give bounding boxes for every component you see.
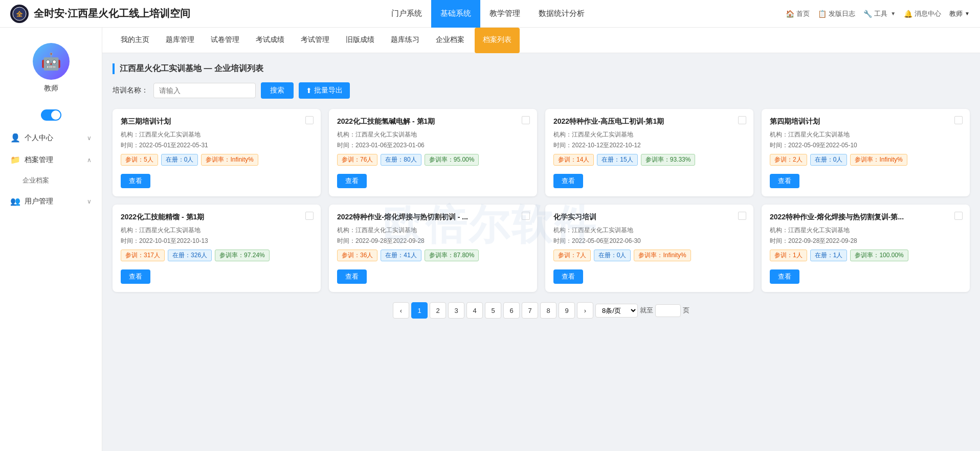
card-grid: 第三期培训计划 机构：江西星火化工实训基地 时间：2022-05-01至2022… (113, 109, 970, 292)
goto-input[interactable] (655, 304, 681, 317)
menu-item-portal[interactable]: 门户系统 (382, 0, 431, 28)
card-title-1: 2022化工技能氢碱电解 - 第1期 (337, 117, 529, 126)
search-button[interactable]: 搜索 (261, 82, 294, 99)
view-button-7[interactable]: 查看 (770, 269, 799, 284)
card-7: 2022特种作业-熔化焊接与热切割复训-第... 机构：江西星火化工实训基地 时… (762, 205, 970, 292)
card-tag: 参训：5人 (121, 154, 158, 166)
card-tags-3: 参训：2人在册：0人参训率：Infinity% (770, 154, 962, 166)
tab-home[interactable]: 我的主页 (113, 28, 158, 53)
page-btn-8[interactable]: 8 (540, 302, 556, 319)
card-tag: 参训：36人 (337, 250, 377, 261)
bell-icon: 🔔 (904, 10, 912, 18)
card-checkbox-1[interactable] (522, 116, 530, 124)
tab-exam-paper[interactable]: 试卷管理 (203, 28, 248, 53)
card-title-2: 2022特种作业-高压电工初训-第1期 (553, 117, 745, 126)
menu-item-teaching[interactable]: 教学管理 (480, 0, 529, 28)
search-input[interactable] (153, 83, 256, 98)
tab-company-files[interactable]: 企业档案 (428, 28, 473, 53)
page-btn-7[interactable]: 7 (522, 302, 538, 319)
card-tag: 参训率：Infinity% (201, 154, 258, 166)
sidebar-users-label: 用户管理 (25, 197, 53, 206)
page-size-select[interactable]: 8条/页 16条/页 24条/页 (595, 304, 638, 318)
pagination: ‹ 1 2 3 4 5 6 7 8 9 › 8条/页 16条/页 24条/页 就… (113, 302, 970, 329)
svg-text:全: 全 (16, 11, 23, 18)
card-checkbox-4[interactable] (305, 212, 314, 220)
menu-item-stats[interactable]: 数据统计分析 (529, 0, 594, 28)
card-tag: 参训率：93.33% (641, 154, 696, 166)
card-tag: 参训率：97.24% (215, 250, 270, 261)
page-btn-6[interactable]: 6 (503, 302, 520, 319)
card-tag: 参训：2人 (770, 154, 807, 166)
logo-icon: 全 (10, 5, 29, 23)
card-time-5: 时间：2022-09-28至2022-09-28 (337, 237, 529, 245)
nav-tools-label: 工具 (874, 9, 887, 18)
tab-exam-manage[interactable]: 考试管理 (293, 28, 338, 53)
page-btn-4[interactable]: 4 (466, 302, 483, 319)
view-button-6[interactable]: 查看 (553, 269, 583, 284)
teacher-arrow-icon: ▼ (965, 11, 970, 16)
card-tag: 在册：0人 (810, 154, 848, 166)
tools-icon: 🔧 (863, 10, 872, 18)
nav-tools[interactable]: 🔧 工具 ▼ (863, 9, 896, 18)
sidebar-item-files[interactable]: 📁 档案管理 ∧ (0, 149, 102, 171)
card-2: 2022特种作业-高压电工初训-第1期 机构：江西星火化工实训基地 时间：202… (545, 109, 753, 196)
page-btn-5[interactable]: 5 (485, 302, 501, 319)
nav-home[interactable]: 🏠 首页 (786, 9, 810, 18)
card-tag: 在册：326人 (168, 250, 212, 261)
card-org-7: 机构：江西星火化工实训基地 (770, 226, 962, 235)
page-btn-9[interactable]: 9 (559, 302, 575, 319)
next-page-button[interactable]: › (577, 302, 593, 319)
view-button-3[interactable]: 查看 (770, 174, 799, 188)
home-icon: 🏠 (786, 10, 794, 18)
card-checkbox-2[interactable] (738, 116, 746, 124)
card-tag: 参训率：Infinity% (850, 154, 907, 166)
view-button-0[interactable]: 查看 (121, 174, 150, 188)
sidebar-item-users[interactable]: 👥 用户管理 ∨ (0, 190, 102, 212)
sidebar-sub-company-files[interactable]: 企业档案 (0, 171, 102, 190)
card-checkbox-7[interactable] (954, 212, 963, 220)
sidebar-item-personal[interactable]: 👤 个人中心 ∨ (0, 127, 102, 149)
page-btn-2[interactable]: 2 (430, 302, 446, 319)
card-1: 2022化工技能氢碱电解 - 第1期 机构：江西星火化工实训基地 时间：2023… (329, 109, 537, 196)
sub-nav: 我的主页 题库管理 试卷管理 考试成绩 考试管理 旧版成绩 题库练习 企业档案 … (102, 28, 980, 53)
card-checkbox-3[interactable] (954, 116, 963, 124)
search-label: 培训名称： (113, 86, 148, 95)
menu-item-basic[interactable]: 基础系统 (431, 0, 480, 28)
tab-exam-scores[interactable]: 考试成绩 (248, 28, 293, 53)
card-tag: 参训：76人 (337, 154, 377, 166)
toggle-knob (51, 110, 60, 120)
files-arrow-icon: ∧ (87, 156, 92, 164)
card-tag: 参训：7人 (553, 250, 591, 261)
top-nav: 全 全时安·江西星火化工线上培训空间 门户系统 基础系统 教学管理 数据统计分析… (0, 0, 980, 28)
view-button-2[interactable]: 查看 (553, 174, 583, 188)
card-org-6: 机构：江西星火化工实训基地 (553, 226, 745, 235)
card-checkbox-0[interactable] (305, 116, 314, 124)
toggle-switch[interactable] (41, 109, 61, 121)
export-button[interactable]: ⬆ 批量导出 (299, 82, 350, 99)
view-button-5[interactable]: 查看 (337, 269, 367, 284)
nav-release[interactable]: 📋 发版日志 (818, 9, 855, 18)
export-label: 批量导出 (314, 86, 343, 95)
folder-icon: 📁 (10, 155, 20, 165)
sidebar-menu: 👤 个人中心 ∨ 📁 档案管理 ∧ 企业档案 👥 用户管理 ∨ (0, 127, 102, 212)
prev-page-button[interactable]: ‹ (393, 302, 409, 319)
view-button-4[interactable]: 查看 (121, 269, 150, 284)
release-icon: 📋 (818, 10, 827, 18)
teacher-dropdown[interactable]: 教师 ▼ (949, 9, 970, 18)
teacher-label: 教师 (949, 9, 963, 18)
app-title: 全时安·江西星火化工线上培训空间 (34, 7, 190, 20)
tab-question-bank[interactable]: 题库管理 (158, 28, 203, 53)
card-checkbox-5[interactable] (522, 212, 530, 220)
tab-old-scores[interactable]: 旧版成绩 (338, 28, 383, 53)
card-org-0: 机构：江西星火化工实训基地 (121, 130, 313, 139)
card-checkbox-6[interactable] (738, 212, 746, 220)
nav-messages[interactable]: 🔔 消息中心 (904, 9, 941, 18)
view-button-1[interactable]: 查看 (337, 174, 367, 188)
tab-file-list[interactable]: 档案列表 (475, 28, 520, 53)
card-tag: 在册：80人 (381, 154, 421, 166)
page-btn-3[interactable]: 3 (448, 302, 464, 319)
card-time-2: 时间：2022-10-12至2022-10-12 (553, 141, 745, 150)
card-time-3: 时间：2022-05-09至2022-05-10 (770, 141, 962, 150)
page-btn-1[interactable]: 1 (411, 302, 428, 319)
tab-practice[interactable]: 题库练习 (383, 28, 428, 53)
